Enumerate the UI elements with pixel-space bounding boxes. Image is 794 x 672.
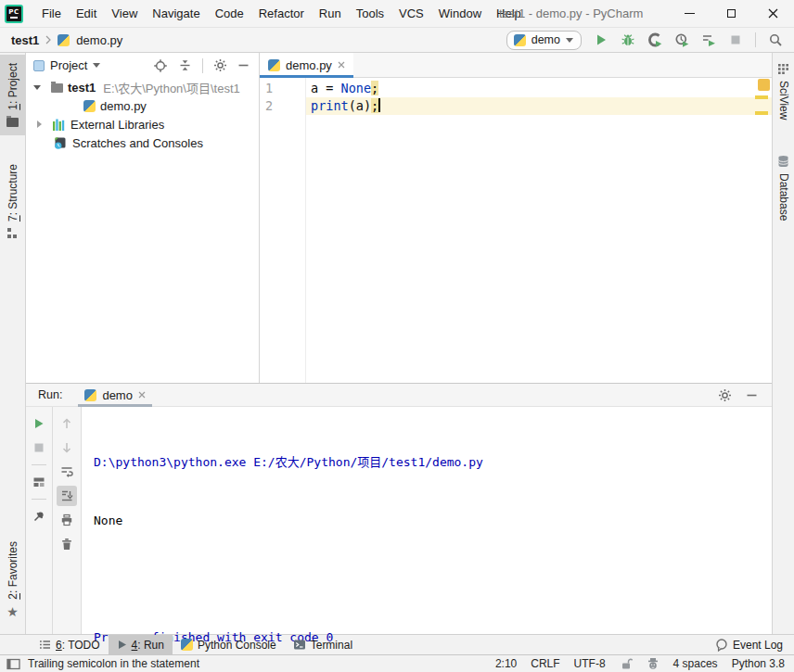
menu-navigate[interactable]: Navigate [145,3,207,24]
run-left-toolbar [26,407,53,634]
run-button[interactable] [594,32,608,47]
tool-tab-python-console[interactable]: Python Console [173,635,285,655]
menu-tools[interactable]: Tools [349,3,391,24]
menu-window[interactable]: Window [431,3,489,24]
run-panel-body: D:\python3\python.exe E:/农大/Python/项目/te… [26,407,772,634]
restore-layout-button[interactable] [29,472,49,492]
database-icon [777,155,789,168]
menu-file[interactable]: File [34,3,69,24]
chevron-down-icon [566,38,573,43]
tool-tab-terminal[interactable]: Terminal [285,635,361,655]
python-file-icon [83,100,96,112]
clear-console-button[interactable] [57,534,77,554]
inspection-indicator-icon[interactable] [758,79,770,91]
tool-tab-favorites[interactable]: 2: Favorites ★ [0,533,25,627]
toolbar-divider [755,32,756,47]
tool-tab-terminal-label: Terminal [311,639,352,652]
python-file-icon [58,34,70,46]
tool-tab-database[interactable]: Database [773,146,794,229]
hector-inspections-icon[interactable] [647,657,660,670]
editor-tab-bar: demo.py [260,53,772,78]
profiler-button[interactable] [674,32,689,47]
rerun-button[interactable] [29,413,49,434]
caret-position-widget[interactable]: 2:10 [495,657,517,670]
run-tab-demo[interactable]: demo [78,384,152,407]
menu-code[interactable]: Code [208,3,251,24]
close-button[interactable] [752,0,794,27]
maximize-button[interactable] [711,0,752,27]
print-button[interactable] [57,510,77,530]
run-panel-title: Run: [38,388,62,401]
gear-icon[interactable] [213,58,227,72]
tool-window-toggle-icon[interactable] [6,658,20,670]
tool-tab-run[interactable]: 4: Run [109,635,173,655]
python-config-icon [514,34,526,46]
project-panel-title[interactable]: Project [50,58,87,72]
breadcrumb-project[interactable]: test1 [11,33,39,47]
editor-body[interactable]: 1 2 a = None; print(a); [260,78,772,383]
code-area[interactable]: a = None; print(a); [306,78,772,383]
tree-row-root[interactable]: test1 E:\农大\Python\项目\test1 [26,78,259,96]
minimize-button[interactable] [669,0,711,27]
run-panel-header: Run: demo [26,384,772,407]
tool-tab-structure[interactable]: 7: Structure [0,156,25,247]
interpreter-widget[interactable]: Python 3.8 [732,657,785,670]
close-icon [768,8,778,19]
window-title: test1 - demo.py - PyCharm [499,6,643,20]
console-output[interactable]: D:\python3\python.exe E:/农大/Python/项目/te… [82,407,772,634]
hide-panel-icon[interactable] [237,59,250,71]
tree-row-external-libraries[interactable]: External Libraries [26,115,259,133]
encoding-widget[interactable]: UTF-8 [574,657,606,670]
search-everywhere-icon[interactable] [768,32,783,47]
right-tool-strip: SciView Database [772,53,794,634]
event-log-label: Event Log [733,639,783,652]
debug-button[interactable] [621,32,635,47]
project-panel-actions [153,58,250,73]
stop-button [29,437,49,458]
locate-file-icon[interactable] [153,58,168,73]
expanded-arrow-icon[interactable] [33,85,41,90]
close-tab-icon[interactable] [338,61,345,69]
code-line-1[interactable]: a = None; [306,80,772,97]
tool-tab-todo-label: 6: TODO [56,639,100,652]
console-output-line: None [94,511,772,530]
tree-root-path: E:\农大\Python\项目\test1 [103,79,239,96]
breadcrumb-file[interactable]: demo.py [76,33,122,47]
sciview-icon [777,63,789,75]
indent-widget[interactable]: 4 spaces [673,657,718,670]
menu-refactor[interactable]: Refactor [251,3,312,24]
menu-edit[interactable]: Edit [69,3,104,24]
tool-tab-python-console-label: Python Console [198,639,276,652]
project-panel-header: Project [26,53,259,78]
pin-tab-button[interactable] [29,506,49,526]
warning-stripe-mark[interactable] [755,95,768,99]
tool-tab-todo[interactable]: 6: TODO [31,635,109,655]
close-tab-icon[interactable] [138,391,146,399]
project-panel: Project [26,53,260,383]
scroll-to-end-button[interactable] [57,486,77,506]
run-with-coverage-button[interactable] [647,32,662,47]
menu-run[interactable]: Run [312,3,349,24]
tool-tab-sciview[interactable]: SciView [773,55,794,128]
code-line-2[interactable]: print(a); [306,97,772,115]
run-with-concurrency-button[interactable] [701,32,716,47]
collapsed-arrow-icon[interactable] [37,120,42,128]
chevron-down-icon[interactable] [93,63,100,68]
run-configuration-select[interactable]: demo [506,31,582,50]
tool-tab-run-label: 4: Run [132,639,164,652]
unlocked-icon[interactable] [620,657,633,670]
tree-row-scratches[interactable]: Scratches and Consoles [26,133,259,152]
event-log-button[interactable]: Event Log [714,638,794,652]
soft-wrap-button[interactable] [57,462,77,482]
hide-panel-icon[interactable] [746,389,758,401]
tool-tab-project[interactable]: 1: Project [0,55,25,135]
menu-view[interactable]: View [104,3,145,24]
collapse-all-icon[interactable] [178,58,192,72]
warning-stripe-mark[interactable] [755,111,768,115]
editor-tab-demo[interactable]: demo.py [260,53,353,77]
menu-vcs[interactable]: VCS [391,3,431,24]
text-caret [378,98,380,112]
gear-icon[interactable] [718,388,732,402]
tree-row-file[interactable]: demo.py [26,96,259,115]
line-ending-widget[interactable]: CRLF [531,657,559,670]
